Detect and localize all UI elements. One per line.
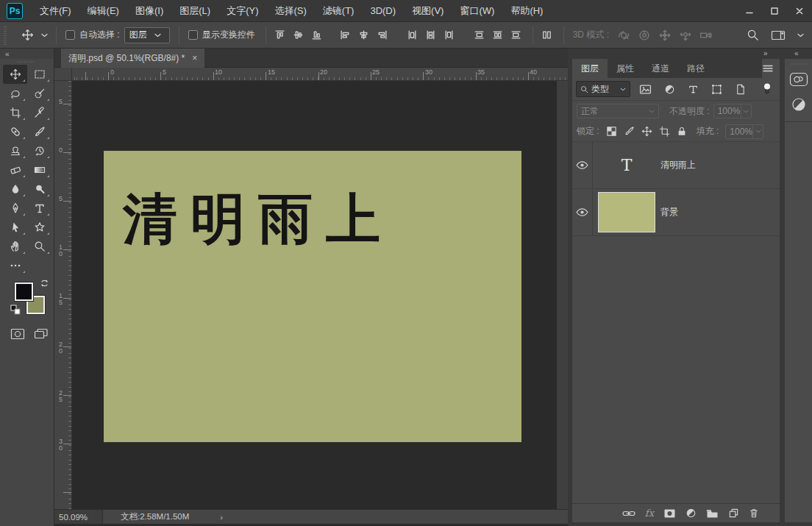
scrollbar-gutter[interactable] <box>557 81 568 509</box>
menu-filter[interactable]: 滤镜(T) <box>315 0 363 22</box>
filter-pixel-layers-icon[interactable] <box>635 84 655 95</box>
dock-expand-icon[interactable]: » <box>763 49 768 57</box>
tool-type[interactable] <box>27 199 51 218</box>
menu-3d[interactable]: 3D(D) <box>362 0 404 22</box>
tool-preset-chevron-icon[interactable] <box>38 33 51 38</box>
fill-field[interactable]: 100% <box>725 124 763 139</box>
canvas[interactable]: 清明雨上 <box>104 151 521 442</box>
lock-transparency-icon[interactable] <box>606 126 617 137</box>
vertical-ruler[interactable]: 5 0 5 10 15 20 25 30 <box>54 81 72 509</box>
align-horizontal-centers-icon[interactable] <box>355 29 373 40</box>
show-transform-checkbox[interactable] <box>188 30 198 40</box>
workspace-chevron-icon[interactable] <box>794 33 808 38</box>
align-vertical-centers-icon[interactable] <box>289 29 307 40</box>
menu-help[interactable]: 帮助(H) <box>502 0 551 22</box>
screen-mode-button[interactable] <box>34 328 49 340</box>
layer-row-text[interactable]: T 清明雨上 <box>572 142 780 189</box>
tool-eyedropper[interactable] <box>27 103 51 122</box>
ruler-origin-corner[interactable] <box>54 68 72 81</box>
menu-edit[interactable]: 编辑(E) <box>79 0 127 22</box>
layer-visibility-toggle[interactable] <box>572 189 593 235</box>
new-group-icon[interactable] <box>706 508 719 519</box>
icon-strip-grip[interactable] <box>789 61 808 67</box>
3d-pan-icon[interactable] <box>655 29 675 42</box>
tool-path-selection[interactable] <box>3 218 27 237</box>
blend-mode-dropdown[interactable]: 正常 <box>577 104 659 118</box>
distribute-horizontal-centers-icon[interactable] <box>488 29 507 40</box>
tool-quick-selection[interactable] <box>27 84 51 103</box>
horizontal-ruler[interactable]: 0 5 10 15 20 25 30 35 40 <box>72 68 568 81</box>
text-layer-thumbnail[interactable]: T <box>622 156 633 174</box>
filter-smart-objects-icon[interactable] <box>731 84 749 95</box>
minimize-button[interactable] <box>737 1 762 21</box>
layer-name[interactable]: 清明雨上 <box>660 159 696 171</box>
menu-image[interactable]: 图像(I) <box>127 0 171 22</box>
layer-name[interactable]: 背景 <box>660 206 678 218</box>
filter-adjustment-layers-icon[interactable] <box>660 84 679 95</box>
opacity-field[interactable]: 100% <box>713 104 752 118</box>
toolbar-collapse-icon[interactable]: « <box>0 49 54 59</box>
lock-all-icon[interactable] <box>677 126 687 137</box>
tool-gradient[interactable] <box>27 160 51 180</box>
add-layer-mask-icon[interactable] <box>663 508 676 519</box>
filter-shape-layers-icon[interactable] <box>708 84 726 95</box>
3d-roll-icon[interactable] <box>634 29 655 42</box>
foreground-color-swatch[interactable] <box>15 282 33 301</box>
tool-clone-stamp[interactable] <box>3 141 27 160</box>
adjustments-panel-icon[interactable] <box>785 92 812 117</box>
tool-zoom[interactable] <box>27 237 51 256</box>
link-layers-icon[interactable] <box>622 509 635 518</box>
default-colors-icon[interactable] <box>10 305 21 317</box>
creative-cloud-panel-icon[interactable] <box>785 67 812 92</box>
toolbar-grip[interactable] <box>0 59 54 65</box>
tab-paths[interactable]: 路径 <box>678 59 713 78</box>
menu-type[interactable]: 文字(Y) <box>218 0 266 22</box>
distribute-spacing-icon[interactable] <box>538 29 556 40</box>
3d-orbit-icon[interactable] <box>613 29 634 42</box>
swap-colors-icon[interactable] <box>40 278 50 288</box>
filter-type-layers-icon[interactable] <box>684 84 702 95</box>
tool-marquee[interactable] <box>27 65 51 84</box>
document-tab-close-icon[interactable]: × <box>192 53 197 63</box>
tab-layers[interactable]: 图层 <box>572 59 608 78</box>
delete-layer-icon[interactable] <box>749 508 759 519</box>
status-options-chevron-icon[interactable]: › <box>220 513 223 522</box>
tool-lasso[interactable] <box>3 84 27 103</box>
close-button[interactable] <box>787 1 812 21</box>
background-layer-thumbnail[interactable] <box>598 192 655 232</box>
new-adjustment-layer-icon[interactable] <box>685 508 697 519</box>
tool-brush[interactable] <box>27 122 51 141</box>
tool-crop[interactable] <box>3 103 27 122</box>
distribute-right-edges-icon[interactable] <box>507 29 525 40</box>
align-bottom-edges-icon[interactable] <box>307 29 326 40</box>
tool-eraser[interactable] <box>3 160 27 180</box>
icon-strip-collapse-icon[interactable]: « <box>794 49 799 57</box>
lock-pixels-icon[interactable] <box>624 126 635 137</box>
pasteboard[interactable]: 清明雨上 <box>72 81 557 509</box>
workspace-switcher-icon[interactable] <box>767 29 789 41</box>
3d-slide-icon[interactable] <box>675 29 696 42</box>
align-left-edges-icon[interactable] <box>336 29 355 40</box>
layer-row-background[interactable]: 背景 <box>572 189 780 236</box>
options-bar-grip[interactable] <box>1 26 9 45</box>
align-top-edges-icon[interactable] <box>271 29 289 40</box>
distribute-bottom-edges-icon[interactable] <box>440 29 458 40</box>
lock-artboard-icon[interactable] <box>659 126 670 137</box>
tool-hand[interactable] <box>3 237 27 256</box>
tool-dodge[interactable] <box>27 180 51 199</box>
zoom-level-field[interactable]: 50.09% <box>54 510 103 525</box>
menu-file[interactable]: 文件(F) <box>32 0 79 22</box>
tool-move[interactable] <box>3 65 27 84</box>
distribute-left-edges-icon[interactable] <box>470 29 488 40</box>
tool-history-brush[interactable] <box>27 141 51 160</box>
distribute-vertical-centers-icon[interactable] <box>421 29 440 40</box>
filter-type-dropdown[interactable]: 类型 <box>576 81 630 97</box>
3d-zoom-camera-icon[interactable] <box>696 29 716 42</box>
tool-custom-shape[interactable] <box>27 218 51 237</box>
menu-select[interactable]: 选择(S) <box>266 0 314 22</box>
align-right-edges-icon[interactable] <box>373 29 391 40</box>
auto-select-dropdown[interactable]: 图层 <box>124 27 170 43</box>
distribute-top-edges-icon[interactable] <box>403 29 421 40</box>
toolbar-more-icon[interactable] <box>3 256 27 275</box>
menu-view[interactable]: 视图(V) <box>404 0 452 22</box>
